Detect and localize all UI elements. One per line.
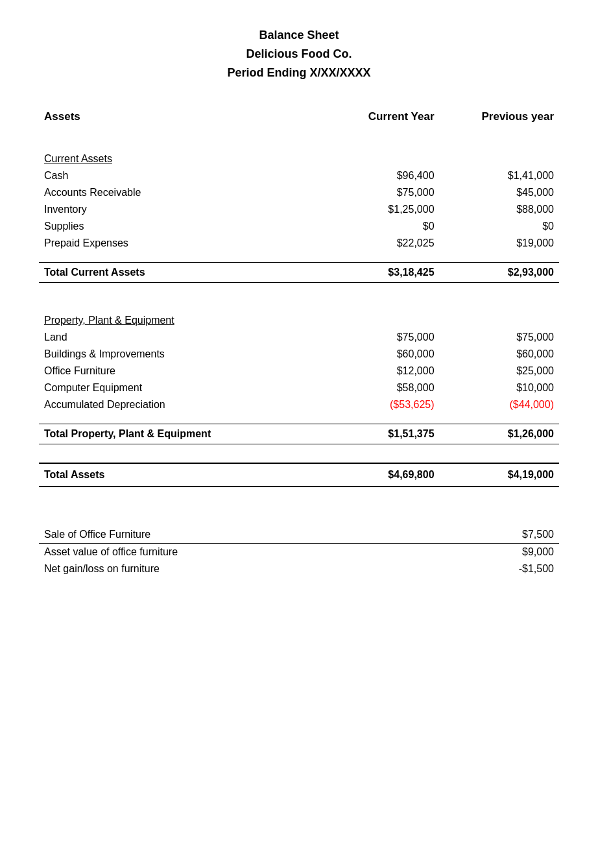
item-previous: $45,000 bbox=[516, 187, 554, 198]
current-assets-title: Current Assets bbox=[44, 153, 112, 164]
spacer bbox=[39, 444, 559, 463]
list-item: Cash $96,400 $1,41,000 bbox=[39, 167, 559, 184]
current-assets-section-header: Current Assets bbox=[39, 140, 559, 167]
list-item: Buildings & Improvements $60,000 $60,000 bbox=[39, 346, 559, 363]
list-item: Accumulated Depreciation ($53,625) ($44,… bbox=[39, 396, 559, 413]
item-previous: $75,000 bbox=[516, 332, 554, 343]
furniture-item-label: Sale of Office Furniture bbox=[44, 529, 150, 540]
item-previous: $25,000 bbox=[516, 365, 554, 376]
item-previous-negative: ($44,000) bbox=[510, 399, 555, 410]
current-year-header: Current Year bbox=[368, 110, 435, 123]
item-label: Buildings & Improvements bbox=[44, 348, 165, 359]
total-ppe-previous: $1,26,000 bbox=[508, 428, 554, 439]
total-current-assets-current: $3,18,425 bbox=[388, 267, 434, 278]
total-assets-row: Total Assets $4,69,800 $4,19,000 bbox=[39, 463, 559, 487]
item-label: Cash bbox=[44, 170, 68, 181]
furniture-item-value: $9,000 bbox=[522, 546, 554, 557]
total-current-assets-row: Total Current Assets $3,18,425 $2,93,000 bbox=[39, 262, 559, 282]
spacer bbox=[39, 252, 559, 262]
item-current: $58,000 bbox=[397, 382, 435, 393]
item-previous: $19,000 bbox=[516, 237, 554, 248]
list-item: Computer Equipment $58,000 $10,000 bbox=[39, 380, 559, 396]
item-previous: $60,000 bbox=[516, 348, 554, 359]
item-current: $96,400 bbox=[397, 170, 435, 181]
list-item: Prepaid Expenses $22,025 $19,000 bbox=[39, 235, 559, 252]
total-assets-label: Total Assets bbox=[44, 469, 104, 480]
list-item: Accounts Receivable $75,000 $45,000 bbox=[39, 184, 559, 201]
previous-year-header: Previous year bbox=[481, 110, 554, 123]
item-label: Prepaid Expenses bbox=[44, 237, 128, 248]
list-item: Net gain/loss on furniture -$1,500 bbox=[39, 561, 559, 577]
item-current: $0 bbox=[423, 221, 435, 232]
list-item: Sale of Office Furniture $7,500 bbox=[39, 526, 559, 544]
item-current: $1,25,000 bbox=[388, 204, 434, 215]
item-label: Supplies bbox=[44, 221, 84, 232]
list-item: Inventory $1,25,000 $88,000 bbox=[39, 201, 559, 218]
item-previous: $0 bbox=[542, 221, 554, 232]
ppe-section-header: Property, Plant & Equipment bbox=[39, 302, 559, 329]
item-previous: $1,41,000 bbox=[508, 170, 554, 181]
list-item: Office Furniture $12,000 $25,000 bbox=[39, 363, 559, 380]
total-current-assets-label: Total Current Assets bbox=[44, 267, 145, 278]
column-header-row: Assets Current Year Previous year bbox=[39, 108, 559, 130]
item-label: Accumulated Depreciation bbox=[44, 399, 165, 410]
total-assets-current: $4,69,800 bbox=[388, 469, 434, 480]
spacer bbox=[39, 130, 559, 140]
item-label: Computer Equipment bbox=[44, 382, 142, 393]
furniture-section-table: Sale of Office Furniture $7,500 Asset va… bbox=[39, 526, 559, 577]
item-current: $60,000 bbox=[397, 348, 435, 359]
balance-sheet-table: Assets Current Year Previous year Curren… bbox=[39, 108, 559, 487]
furniture-item-value: $7,500 bbox=[522, 529, 554, 540]
item-current: $12,000 bbox=[397, 365, 435, 376]
item-label: Accounts Receivable bbox=[44, 187, 141, 198]
furniture-item-value: -$1,500 bbox=[519, 563, 554, 574]
item-label: Office Furniture bbox=[44, 365, 115, 376]
furniture-item-label: Asset value of office furniture bbox=[44, 546, 178, 557]
item-current: $22,025 bbox=[397, 237, 435, 248]
furniture-item-label: Net gain/loss on furniture bbox=[44, 563, 160, 574]
item-current: $75,000 bbox=[397, 187, 435, 198]
item-current-negative: ($53,625) bbox=[390, 399, 435, 410]
total-ppe-row: Total Property, Plant & Equipment $1,51,… bbox=[39, 424, 559, 444]
header-line2: Delicious Food Co. bbox=[246, 47, 352, 60]
item-label: Land bbox=[44, 332, 67, 343]
spacer bbox=[39, 413, 559, 424]
spacer bbox=[39, 282, 559, 302]
item-label: Inventory bbox=[44, 204, 87, 215]
list-item: Asset value of office furniture $9,000 bbox=[39, 544, 559, 561]
header-line3: Period Ending X/XX/XXXX bbox=[227, 66, 370, 79]
total-assets-previous: $4,19,000 bbox=[508, 469, 554, 480]
item-current: $75,000 bbox=[397, 332, 435, 343]
list-item: Supplies $0 $0 bbox=[39, 218, 559, 235]
header-line1: Balance Sheet bbox=[259, 29, 339, 42]
item-previous: $88,000 bbox=[516, 204, 554, 215]
total-current-assets-previous: $2,93,000 bbox=[508, 267, 554, 278]
item-previous: $10,000 bbox=[516, 382, 554, 393]
total-ppe-label: Total Property, Plant & Equipment bbox=[44, 428, 211, 439]
total-ppe-current: $1,51,375 bbox=[388, 428, 434, 439]
report-header: Balance Sheet Delicious Food Co. Period … bbox=[39, 26, 559, 82]
list-item: Land $75,000 $75,000 bbox=[39, 329, 559, 346]
assets-column-label: Assets bbox=[44, 110, 80, 123]
ppe-title: Property, Plant & Equipment bbox=[44, 315, 174, 326]
